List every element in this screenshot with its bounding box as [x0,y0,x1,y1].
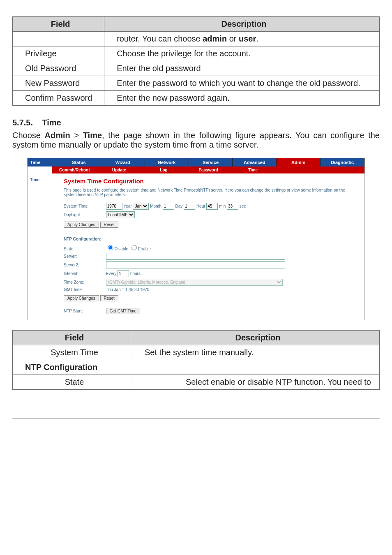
table-row: Privilege Choose the privilege for the a… [13,46,380,61]
gmt-time-value: Thu Jan 1 1:45:33 1970 [106,287,150,292]
system-time-label: System Time: [64,204,105,208]
nav-tabs: Status Wizard Network Service Advanced A… [57,158,364,166]
tab-diagnostic[interactable]: Diagnostic [321,158,364,166]
table-row: System Time Set the system time manually… [13,345,380,360]
subtab-log[interactable]: Log [141,166,186,173]
server2-label: Server2: [64,263,105,267]
page-title: System Time Configuration [64,178,358,185]
subtab-password[interactable]: Password [186,166,231,173]
intro-text: This page is used to configure the syste… [64,188,358,197]
interval-input[interactable] [118,270,129,277]
tab-advanced[interactable]: Advanced [233,158,277,166]
month-select[interactable]: Jan [133,203,149,210]
body-paragraph: Choose Admin > Time, the page shown in t… [12,131,380,150]
table-section-row: NTP Configuration [13,360,380,375]
day-input[interactable] [184,203,195,210]
subtab-update[interactable]: Update [97,166,142,173]
server-label: Server: [64,254,105,259]
get-gmt-button[interactable]: Get GMT Time [106,308,140,314]
nav-side-label: Time [28,158,57,166]
section-heading: 5.7.5. Time [12,118,380,127]
reset-button-2[interactable]: Reset [100,295,118,301]
password-field-table: Field Description router. You can choose… [12,16,380,106]
tab-status[interactable]: Status [57,158,101,166]
month-input[interactable] [163,203,174,210]
tab-admin[interactable]: Admin [277,158,321,166]
sub-nav: Commit/Reboot Update Log Password Time [28,166,364,173]
year-input[interactable] [106,203,122,210]
col-field: Field [13,331,132,345]
server-input[interactable] [106,253,285,260]
state-disable-radio[interactable] [108,245,113,250]
state-label: State: [64,247,105,251]
hour-input[interactable] [206,203,218,210]
daylight-label: DayLight: [64,213,105,217]
table-row: Old Password Enter the old password [13,61,380,76]
table-row: router. You can choose admin or user. [13,32,380,46]
ntp-start-label: NTP Start: [64,309,105,313]
apply-button[interactable]: Apply Changes [64,222,99,228]
interval-label: Interval: [64,271,105,276]
daylight-select[interactable]: LocalTIME [106,211,135,218]
col-field: Field [13,17,104,32]
top-nav: Time Status Wizard Network Service Advan… [28,158,364,166]
subtab-commit[interactable]: Commit/Reboot [52,166,97,173]
table-row: Confirm Password Enter the new password … [13,91,380,106]
tab-service[interactable]: Service [189,158,233,166]
subtab-time[interactable]: Time [231,166,275,173]
state-enable-radio[interactable] [131,245,137,250]
col-description: Description [104,17,380,32]
ntp-heading: NTP Configuration: [64,237,358,241]
server2-input[interactable] [106,261,285,268]
table-row: New Password Enter the password to which… [13,76,380,91]
side-menu-item[interactable]: Time [28,173,57,320]
apply-button-2[interactable]: Apply Changes [64,295,99,301]
col-description: Description [132,331,380,345]
gmt-time-label: GMT time: [64,287,105,292]
tab-wizard[interactable]: Wizard [101,158,145,166]
table-row: State Select enable or disable NTP funct… [13,375,380,390]
time-field-table: Field Description System Time Set the sy… [12,330,380,390]
timezone-label: Time Zone: [64,280,105,284]
tab-network[interactable]: Network [145,158,189,166]
config-screenshot: Time Status Wizard Network Service Advan… [27,158,365,320]
timezone-select[interactable]: (GMT) Gambia, Liberia, Morocco, England [106,279,283,286]
reset-button[interactable]: Reset [100,222,118,228]
min-input[interactable] [227,203,238,210]
footer-rule [12,419,380,419]
